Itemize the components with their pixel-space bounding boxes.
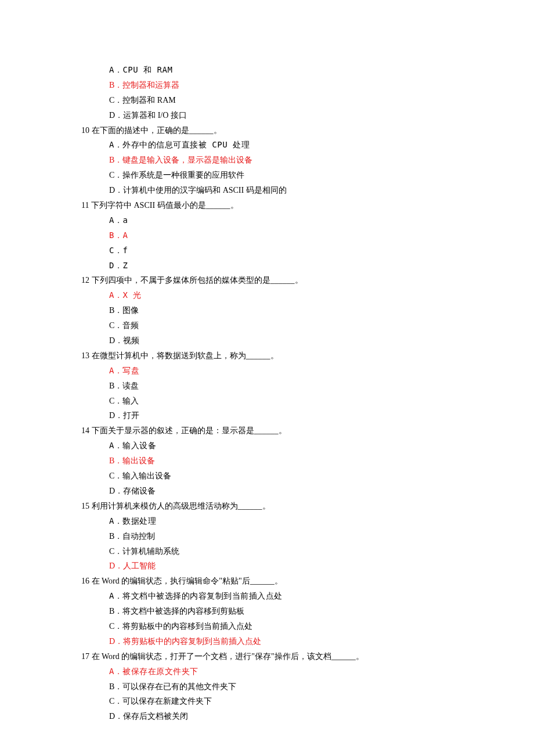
option-line: C．f [109, 243, 534, 258]
question-number: 10 [81, 126, 89, 135]
option-label: B． [109, 682, 122, 691]
question-text: 13 在微型计算机中，将数据送到软盘上，称为______。 [81, 348, 534, 363]
option-line: C．音频 [109, 318, 534, 333]
option-label: D． [109, 637, 123, 646]
option-text: 人工智能 [123, 561, 156, 570]
option-text: 音频 [122, 321, 139, 330]
option-text: 将剪贴板中的内容复制到当前插入点处 [123, 637, 261, 646]
option-line: A．将文档中被选择的内容复制到当前插入点处 [109, 589, 534, 604]
option-label: A． [109, 215, 122, 225]
option-line: A．被保存在原文件夹下 [109, 664, 534, 679]
option-line: C．计算机辅助系统 [109, 544, 534, 559]
option-text: 被保存在原文件夹下 [122, 667, 199, 676]
question-stem: 在 Word 的编辑状态，执行编辑命令"粘贴"后______。 [89, 577, 283, 585]
option-label: B． [109, 532, 122, 541]
option-label: B． [109, 306, 122, 315]
option-text: 将文档中被选择的内容移到剪贴板 [122, 607, 244, 615]
question-stem: 下列四项中，不属于多媒体所包括的媒体类型的是______。 [89, 276, 303, 285]
option-line: B．控制器和运算器 [109, 78, 534, 93]
option-label: C． [109, 96, 122, 105]
option-line: D．保存后文档被关闭 [109, 709, 534, 724]
option-label: D． [109, 712, 123, 721]
option-label: D． [109, 111, 123, 120]
option-line: D．视频 [109, 333, 534, 348]
option-line: A．写盘 [109, 363, 534, 379]
question-block: 12 下列四项中，不属于多媒体所包括的媒体类型的是______。A．X 光B．图… [0, 273, 534, 348]
options-list: A．CPU 和 RAMB．控制器和运算器C．控制器和 RAMD．运算器和 I/O… [81, 63, 534, 123]
option-text: 自动控制 [122, 532, 155, 541]
option-text: 图像 [122, 306, 139, 315]
option-label: B． [109, 81, 122, 89]
option-text: 输入 [122, 397, 139, 405]
option-line: A．数据处理 [109, 514, 534, 529]
question-block: 14 下面关于显示器的叙述，正确的是：显示器是______。A．输入设备B．输出… [0, 423, 534, 498]
option-text: 保存后文档被关闭 [123, 712, 188, 721]
question-text: 12 下列四项中，不属于多媒体所包括的媒体类型的是______。 [81, 273, 534, 288]
question-stem: 在 Word 的编辑状态，打开了一个文档，进行"保存"操作后，该文档______… [89, 652, 364, 661]
option-text: 读盘 [122, 381, 139, 390]
option-text: 键盘是输入设备，显示器是输出设备 [122, 156, 252, 164]
option-line: D．存储设备 [109, 484, 534, 499]
option-text: 存储设备 [123, 487, 156, 495]
option-line: B．将文档中被选择的内容移到剪贴板 [109, 604, 534, 619]
option-text: 输出设备 [122, 456, 155, 465]
option-label: C． [109, 246, 122, 255]
question-text: 10 在下面的描述中，正确的是______。 [81, 123, 534, 138]
option-line: B．图像 [109, 303, 534, 318]
question-number: 12 [81, 276, 89, 285]
option-label: C． [109, 697, 122, 705]
question-stem: 下面关于显示器的叙述，正确的是：显示器是______。 [89, 426, 287, 435]
option-label: C． [109, 397, 122, 405]
option-text: 可以保存在已有的其他文件夹下 [122, 682, 236, 691]
option-text: 写盘 [122, 366, 139, 375]
option-label: A． [109, 290, 122, 300]
option-text: X 光 [122, 290, 141, 300]
option-label: D． [109, 261, 122, 270]
question-text: 15 利用计算机来模仿人的高级思维活动称为______。 [81, 499, 534, 514]
option-text: 数据处理 [122, 516, 156, 525]
question-block: 10 在下面的描述中，正确的是______。A．外存中的信息可直接被 CPU 处… [0, 123, 534, 198]
option-text: 打开 [123, 411, 139, 420]
option-label: D． [109, 186, 123, 195]
option-text: 运算器和 I/O 接口 [123, 111, 187, 120]
question-text: 17 在 Word 的编辑状态，打开了一个文档，进行"保存"操作后，该文档___… [81, 649, 534, 664]
option-text: 视频 [123, 336, 139, 345]
options-list: A．外存中的信息可直接被 CPU 处理B．键盘是输入设备，显示器是输出设备C．操… [81, 138, 534, 198]
option-text: 外存中的信息可直接被 CPU 处理 [122, 140, 250, 149]
option-label: A． [109, 65, 122, 74]
question-number: 14 [81, 426, 89, 435]
option-text: 操作系统是一种很重要的应用软件 [122, 171, 244, 179]
question-number: 15 [81, 502, 89, 510]
option-line: B．读盘 [109, 379, 534, 394]
options-list: A．将文档中被选择的内容复制到当前插入点处B．将文档中被选择的内容移到剪贴板C．… [81, 589, 534, 649]
question-stem: 在微型计算机中，将数据送到软盘上，称为______。 [89, 351, 279, 360]
option-line: A．CPU 和 RAM [109, 63, 534, 78]
option-text: 将剪贴板中的内容移到当前插入点处 [122, 622, 252, 631]
question-block: 16 在 Word 的编辑状态，执行编辑命令"粘贴"后______。A．将文档中… [0, 574, 534, 649]
document-page: A．CPU 和 RAMB．控制器和运算器C．控制器和 RAMD．运算器和 I/O… [0, 0, 534, 756]
option-line: B．自动控制 [109, 529, 534, 544]
question-block: 11 下列字符中 ASCII 码值最小的是______。A．aB．AC．fD．Z [0, 198, 534, 273]
question-number: 13 [81, 351, 89, 360]
option-label: B． [109, 456, 122, 465]
options-list: A．输入设备B．输出设备C．输入输出设备D．存储设备 [81, 438, 534, 499]
option-line: B．键盘是输入设备，显示器是输出设备 [109, 153, 534, 168]
option-line: A．输入设备 [109, 438, 534, 453]
option-label: D． [109, 561, 123, 570]
option-text: A [122, 231, 128, 240]
option-text: f [122, 246, 128, 255]
question-list: A．CPU 和 RAMB．控制器和运算器C．控制器和 RAMD．运算器和 I/O… [0, 63, 534, 724]
option-label: B． [109, 607, 122, 615]
option-label: A． [109, 140, 122, 149]
option-line: C．控制器和 RAM [109, 93, 534, 108]
option-text: 可以保存在新建文件夹下 [122, 697, 212, 705]
option-text: a [122, 215, 128, 225]
option-line: D．运算器和 I/O 接口 [109, 108, 534, 123]
option-label: A． [109, 366, 122, 375]
option-label: B． [109, 231, 122, 240]
option-line: A．a [109, 213, 534, 228]
option-label: B． [109, 156, 122, 164]
options-list: A．数据处理B．自动控制C．计算机辅助系统D．人工智能 [81, 514, 534, 574]
option-label: A． [109, 516, 122, 525]
option-line: C．操作系统是一种很重要的应用软件 [109, 168, 534, 183]
